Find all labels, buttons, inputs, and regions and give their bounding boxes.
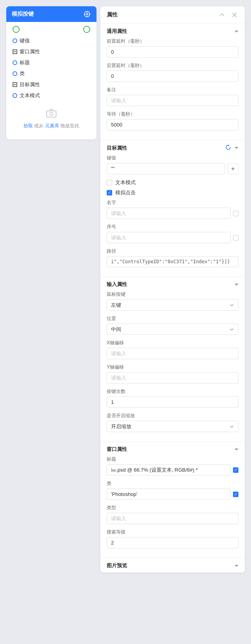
window-type-group: 类型 [107,505,238,524]
path-label: 路径 [107,248,238,255]
general-chevron-icon [235,31,238,33]
serial-group: 序号 [107,224,238,243]
input-section-header[interactable]: 输入属性 [100,277,245,291]
name-checkbox[interactable] [233,211,238,216]
x-offset-input[interactable] [107,348,238,359]
chevron-up-icon[interactable] [218,11,226,19]
pre-delay-group: 前置延时（毫秒） [107,38,238,58]
textmode-checkbox[interactable] [107,180,112,185]
window-title-group: 标题 [107,456,238,476]
name-label: 名字 [107,199,238,206]
window-title-input[interactable] [107,464,231,476]
tree-item-target[interactable]: 目标属性 [6,79,96,90]
tree-item-class[interactable]: 类 [6,68,96,79]
crosshair-icon[interactable] [83,10,91,18]
window-class-input[interactable] [107,488,231,500]
mouse-button-select[interactable]: 左键 右键 中键 [107,299,238,311]
window-section: 窗口属性 标题 类 类型 [100,442,245,558]
click-count-group: 按键次数 [107,388,238,408]
left-panel-header: 模拟按键 [6,6,96,22]
click-count-input[interactable] [107,396,238,408]
window-chevron-icon [235,449,238,450]
svg-point-7 [50,112,53,116]
window-class-checkbox[interactable] [233,492,238,497]
textmode-label[interactable]: 文本模式 [115,179,136,186]
x-offset-group: X轴偏移 [107,340,238,359]
svg-rect-6 [47,111,56,117]
general-section-header[interactable]: 通用属性 [100,24,245,38]
tree-item-label: 键值 [20,37,30,44]
post-delay-group: 后置延时（毫秒） [107,62,238,82]
serial-input-row [107,232,238,243]
panel-icons-row [6,22,96,35]
dot-icon [13,93,17,98]
search-level-input[interactable] [107,537,238,548]
y-offset-group: Y轴偏移 [107,364,238,384]
remark-input[interactable] [107,95,238,106]
path-input[interactable] [107,256,238,267]
input-chevron-icon [235,284,238,286]
remark-label: 备注 [107,87,238,93]
keyvalue-input-row: + [107,163,238,174]
target-chevron-icon [235,147,238,149]
window-title-checkbox[interactable] [233,467,238,473]
preview-chevron-icon [235,565,238,567]
click-count-label: 按键次数 [107,388,238,395]
dot-icon [13,60,17,65]
position-label: 位置 [107,315,238,322]
wait-group: 等待（毫秒） [107,111,238,130]
window-section-header[interactable]: 窗口属性 [100,442,245,456]
scale-select[interactable]: 开启缩放 关闭缩放 [107,421,238,432]
simulate-checkbox[interactable] [107,190,112,195]
tree-item-textmode[interactable]: 文本模式 [6,90,96,101]
remark-group: 备注 [107,87,238,106]
window-type-input[interactable] [107,513,238,524]
close-icon[interactable] [231,11,238,19]
left-panel: 模拟按键 键值 窗口属性 标题 类 目标属性 [6,6,96,139]
target-section-content: 键值 + 文本模式 模拟点击 名字 [100,155,245,277]
target-section-header[interactable]: 目标属性 [100,140,245,155]
tree-item-title[interactable]: 标题 [6,57,96,68]
wait-input[interactable] [107,119,238,130]
name-input[interactable] [107,208,231,219]
tree-item-label: 文本模式 [20,92,40,99]
tree-item-label: 类 [20,70,25,77]
search-level-label: 搜索等级 [107,529,238,535]
target-section-icons [225,144,238,152]
tree-item-keyvalue[interactable]: 键值 [6,35,96,46]
mouse-button-group: 鼠标按键 左键 右键 中键 [107,291,238,311]
path-group: 路径 [107,248,238,267]
refresh-icon[interactable] [225,144,231,152]
tree-item-label: 窗口属性 [20,48,40,55]
textmode-checkbox-row: 文本模式 [107,179,238,186]
search-level-group: 搜索等级 [107,529,238,548]
preview-section-header[interactable]: 图片预览 [100,558,245,572]
dot-icon [13,38,17,43]
minus-icon [13,49,17,54]
serial-checkbox[interactable] [233,235,238,241]
window-section-title: 窗口属性 [107,446,127,453]
pre-delay-input[interactable] [107,46,238,58]
position-select[interactable]: 中间 随机 指定坐标 [107,324,238,335]
header-icons [218,11,238,19]
name-input-row [107,208,238,219]
target-section: 目标属性 键值 + [100,140,245,277]
post-delay-input[interactable] [107,71,238,82]
add-button[interactable]: + [227,163,238,174]
right-panel: 属性 通用属性 前置延时（毫秒） 后置延时（毫秒） 备注 [100,6,245,573]
window-class-input-row [107,488,238,500]
keyvalue-label: 键值 [107,155,238,161]
input-section-content: 鼠标按键 左键 右键 中键 位置 中间 随机 指定坐标 X轴偏移 [100,291,245,441]
serial-input[interactable] [107,232,231,243]
mouse-button-label: 鼠标按键 [107,291,238,298]
y-offset-input[interactable] [107,372,238,384]
keyvalue-input[interactable] [107,163,225,174]
left-panel-title: 模拟按键 [12,11,34,18]
simulate-label[interactable]: 模拟点击 [115,189,136,196]
general-section-title: 通用属性 [107,28,127,35]
window-class-label: 类 [107,480,238,487]
upload-text: 拾取 或从 元素库 拖放至此 [24,122,79,130]
circle-icon-left [13,26,20,33]
panel-title: 属性 [107,11,118,18]
tree-item-window[interactable]: 窗口属性 [6,46,96,57]
